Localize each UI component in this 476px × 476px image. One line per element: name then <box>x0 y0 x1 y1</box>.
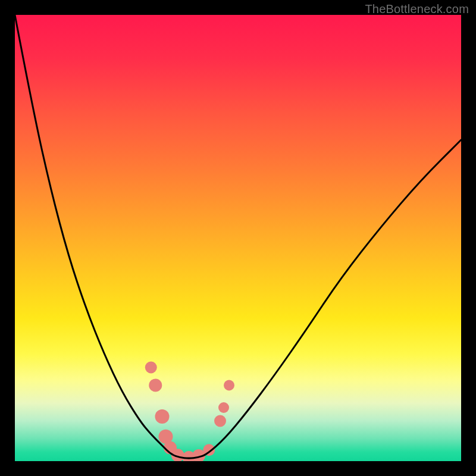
chart-plot-area <box>15 15 461 461</box>
curve-marker <box>149 379 162 392</box>
series-markers <box>145 362 234 462</box>
chart-frame: TheBottleneck.com <box>0 0 476 476</box>
curve-marker <box>218 402 229 413</box>
curve-marker <box>145 362 157 374</box>
curve-marker <box>214 415 226 427</box>
series-lines <box>15 15 461 458</box>
chart-svg <box>15 15 461 461</box>
watermark-label: TheBottleneck.com <box>365 2 469 16</box>
curve-marker <box>224 380 234 391</box>
curve-marker <box>155 409 170 424</box>
curve-path <box>15 15 461 458</box>
